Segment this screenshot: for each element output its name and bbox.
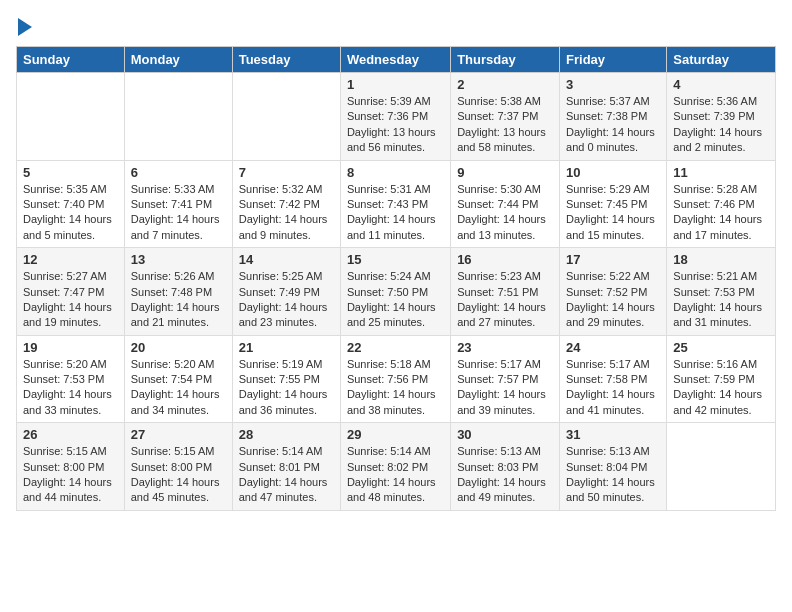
weekday-header: Monday — [124, 47, 232, 73]
cell-info: Sunrise: 5:23 AM — [457, 269, 553, 284]
cell-info: Sunset: 8:03 PM — [457, 460, 553, 475]
cell-info: Sunset: 7:48 PM — [131, 285, 226, 300]
calendar-cell: 30Sunrise: 5:13 AMSunset: 8:03 PMDayligh… — [451, 423, 560, 511]
cell-info: Daylight: 14 hours and 2 minutes. — [673, 125, 769, 156]
day-number: 17 — [566, 252, 660, 267]
cell-info: Sunset: 7:47 PM — [23, 285, 118, 300]
calendar-table: SundayMondayTuesdayWednesdayThursdayFrid… — [16, 46, 776, 511]
day-number: 6 — [131, 165, 226, 180]
cell-info: Daylight: 14 hours and 45 minutes. — [131, 475, 226, 506]
calendar-cell: 18Sunrise: 5:21 AMSunset: 7:53 PMDayligh… — [667, 248, 776, 336]
page-header — [16, 16, 776, 36]
day-number: 5 — [23, 165, 118, 180]
calendar-cell: 17Sunrise: 5:22 AMSunset: 7:52 PMDayligh… — [560, 248, 667, 336]
cell-info: Sunrise: 5:36 AM — [673, 94, 769, 109]
cell-info: Sunset: 7:44 PM — [457, 197, 553, 212]
calendar-cell: 7Sunrise: 5:32 AMSunset: 7:42 PMDaylight… — [232, 160, 340, 248]
logo — [16, 16, 32, 36]
day-number: 14 — [239, 252, 334, 267]
cell-info: Sunrise: 5:32 AM — [239, 182, 334, 197]
calendar-week-row: 1Sunrise: 5:39 AMSunset: 7:36 PMDaylight… — [17, 73, 776, 161]
cell-info: Sunrise: 5:37 AM — [566, 94, 660, 109]
cell-info: Daylight: 14 hours and 27 minutes. — [457, 300, 553, 331]
calendar-cell: 9Sunrise: 5:30 AMSunset: 7:44 PMDaylight… — [451, 160, 560, 248]
cell-info: Sunrise: 5:15 AM — [23, 444, 118, 459]
cell-info: Sunset: 8:00 PM — [23, 460, 118, 475]
cell-info: Sunrise: 5:28 AM — [673, 182, 769, 197]
day-number: 7 — [239, 165, 334, 180]
cell-info: Sunrise: 5:20 AM — [23, 357, 118, 372]
cell-info: Daylight: 13 hours and 58 minutes. — [457, 125, 553, 156]
day-number: 18 — [673, 252, 769, 267]
day-number: 9 — [457, 165, 553, 180]
cell-info: Daylight: 14 hours and 33 minutes. — [23, 387, 118, 418]
cell-info: Sunset: 7:58 PM — [566, 372, 660, 387]
cell-info: Sunset: 8:04 PM — [566, 460, 660, 475]
day-number: 31 — [566, 427, 660, 442]
cell-info: Sunrise: 5:19 AM — [239, 357, 334, 372]
cell-info: Daylight: 14 hours and 29 minutes. — [566, 300, 660, 331]
calendar-cell: 14Sunrise: 5:25 AMSunset: 7:49 PMDayligh… — [232, 248, 340, 336]
cell-info: Daylight: 14 hours and 47 minutes. — [239, 475, 334, 506]
calendar-cell: 8Sunrise: 5:31 AMSunset: 7:43 PMDaylight… — [340, 160, 450, 248]
cell-info: Sunrise: 5:16 AM — [673, 357, 769, 372]
calendar-cell: 3Sunrise: 5:37 AMSunset: 7:38 PMDaylight… — [560, 73, 667, 161]
day-number: 12 — [23, 252, 118, 267]
cell-info: Sunset: 7:50 PM — [347, 285, 444, 300]
cell-info: Sunset: 7:53 PM — [23, 372, 118, 387]
day-number: 22 — [347, 340, 444, 355]
calendar-cell: 2Sunrise: 5:38 AMSunset: 7:37 PMDaylight… — [451, 73, 560, 161]
cell-info: Sunset: 7:39 PM — [673, 109, 769, 124]
cell-info: Sunrise: 5:31 AM — [347, 182, 444, 197]
cell-info: Sunrise: 5:30 AM — [457, 182, 553, 197]
cell-info: Sunrise: 5:14 AM — [239, 444, 334, 459]
cell-info: Daylight: 14 hours and 25 minutes. — [347, 300, 444, 331]
calendar-cell: 22Sunrise: 5:18 AMSunset: 7:56 PMDayligh… — [340, 335, 450, 423]
calendar-cell — [667, 423, 776, 511]
cell-info: Daylight: 14 hours and 11 minutes. — [347, 212, 444, 243]
cell-info: Sunrise: 5:17 AM — [566, 357, 660, 372]
calendar-cell: 4Sunrise: 5:36 AMSunset: 7:39 PMDaylight… — [667, 73, 776, 161]
cell-info: Sunrise: 5:25 AM — [239, 269, 334, 284]
logo-arrow-icon — [18, 18, 32, 36]
cell-info: Daylight: 14 hours and 7 minutes. — [131, 212, 226, 243]
day-number: 8 — [347, 165, 444, 180]
cell-info: Daylight: 14 hours and 31 minutes. — [673, 300, 769, 331]
cell-info: Sunrise: 5:17 AM — [457, 357, 553, 372]
day-number: 4 — [673, 77, 769, 92]
cell-info: Sunset: 7:38 PM — [566, 109, 660, 124]
day-number: 20 — [131, 340, 226, 355]
calendar-cell: 21Sunrise: 5:19 AMSunset: 7:55 PMDayligh… — [232, 335, 340, 423]
cell-info: Sunset: 7:36 PM — [347, 109, 444, 124]
weekday-header: Wednesday — [340, 47, 450, 73]
calendar-cell: 24Sunrise: 5:17 AMSunset: 7:58 PMDayligh… — [560, 335, 667, 423]
cell-info: Sunrise: 5:22 AM — [566, 269, 660, 284]
cell-info: Daylight: 14 hours and 41 minutes. — [566, 387, 660, 418]
cell-info: Sunset: 7:49 PM — [239, 285, 334, 300]
calendar-cell — [124, 73, 232, 161]
calendar-cell: 13Sunrise: 5:26 AMSunset: 7:48 PMDayligh… — [124, 248, 232, 336]
calendar-week-row: 12Sunrise: 5:27 AMSunset: 7:47 PMDayligh… — [17, 248, 776, 336]
calendar-week-row: 26Sunrise: 5:15 AMSunset: 8:00 PMDayligh… — [17, 423, 776, 511]
calendar-cell: 28Sunrise: 5:14 AMSunset: 8:01 PMDayligh… — [232, 423, 340, 511]
day-number: 25 — [673, 340, 769, 355]
calendar-week-row: 19Sunrise: 5:20 AMSunset: 7:53 PMDayligh… — [17, 335, 776, 423]
calendar-cell: 16Sunrise: 5:23 AMSunset: 7:51 PMDayligh… — [451, 248, 560, 336]
cell-info: Sunrise: 5:18 AM — [347, 357, 444, 372]
cell-info: Sunrise: 5:24 AM — [347, 269, 444, 284]
weekday-header: Tuesday — [232, 47, 340, 73]
day-number: 24 — [566, 340, 660, 355]
weekday-header-row: SundayMondayTuesdayWednesdayThursdayFrid… — [17, 47, 776, 73]
day-number: 10 — [566, 165, 660, 180]
calendar-cell: 20Sunrise: 5:20 AMSunset: 7:54 PMDayligh… — [124, 335, 232, 423]
cell-info: Daylight: 14 hours and 15 minutes. — [566, 212, 660, 243]
cell-info: Daylight: 14 hours and 21 minutes. — [131, 300, 226, 331]
cell-info: Sunset: 7:46 PM — [673, 197, 769, 212]
cell-info: Daylight: 14 hours and 17 minutes. — [673, 212, 769, 243]
cell-info: Daylight: 14 hours and 19 minutes. — [23, 300, 118, 331]
cell-info: Sunset: 8:01 PM — [239, 460, 334, 475]
cell-info: Sunset: 7:55 PM — [239, 372, 334, 387]
cell-info: Sunset: 7:54 PM — [131, 372, 226, 387]
cell-info: Sunrise: 5:26 AM — [131, 269, 226, 284]
cell-info: Sunset: 7:37 PM — [457, 109, 553, 124]
